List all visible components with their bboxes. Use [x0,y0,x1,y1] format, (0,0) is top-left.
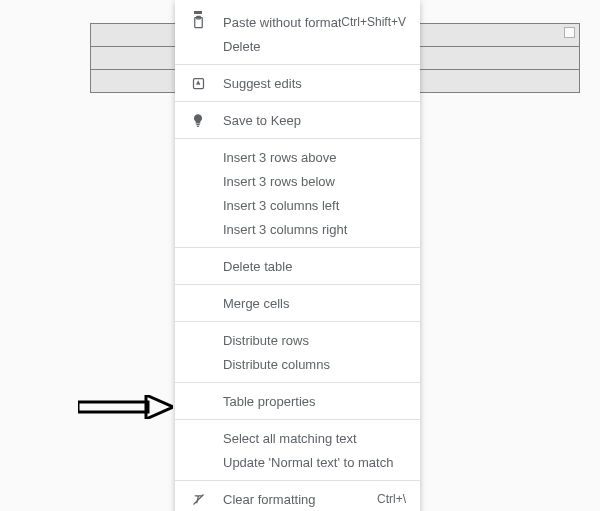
menu-paste-without-formatting[interactable]: Paste without formatting Ctrl+Shift+V [175,10,420,34]
menu-merge-cells[interactable]: Merge cells [175,291,420,315]
suggest-edits-icon [191,76,223,91]
svg-rect-5 [197,125,199,126]
menu-item-label: Insert 3 rows below [223,174,406,189]
menu-save-to-keep[interactable]: Save to Keep [175,108,420,132]
menu-divider [175,480,420,481]
menu-item-label: Save to Keep [223,113,406,128]
menu-divider [175,138,420,139]
menu-distribute-columns[interactable]: Distribute columns [175,352,420,376]
menu-distribute-rows[interactable]: Distribute rows [175,328,420,352]
menu-divider [175,284,420,285]
menu-select-all-matching-text[interactable]: Select all matching text [175,426,420,450]
clipboard-icon [191,15,223,30]
menu-delete-table[interactable]: Delete table [175,254,420,278]
menu-delete[interactable]: Delete [175,34,420,58]
menu-clear-formatting[interactable]: Clear formatting Ctrl+\ [175,487,420,511]
svg-rect-6 [78,402,148,412]
menu-item-label: Delete table [223,259,406,274]
menu-item-shortcut: Ctrl+\ [377,492,406,506]
menu-item-shortcut: Ctrl+Shift+V [341,15,406,29]
keep-icon [191,113,223,128]
menu-item-label: Insert 3 columns right [223,222,406,237]
menu-insert-rows-above[interactable]: Insert 3 rows above [175,145,420,169]
menu-item-label: Distribute rows [223,333,406,348]
menu-item-label: Delete [223,39,406,54]
menu-item-label: Insert 3 rows above [223,150,406,165]
menu-item-label: Insert 3 columns left [223,198,406,213]
menu-item-label: Select all matching text [223,431,406,446]
menu-divider [175,101,420,102]
menu-update-normal-text[interactable]: Update 'Normal text' to match [175,450,420,474]
menu-table-properties[interactable]: Table properties [175,389,420,413]
menu-divider [175,419,420,420]
svg-rect-4 [196,123,199,124]
menu-insert-columns-left[interactable]: Insert 3 columns left [175,193,420,217]
menu-divider [175,321,420,322]
menu-divider [175,382,420,383]
menu-item-label: Merge cells [223,296,406,311]
menu-insert-columns-right[interactable]: Insert 3 columns right [175,217,420,241]
menu-item-label: Clear formatting [223,492,377,507]
menu-item-label: Paste without formatting [223,15,341,30]
clear-formatting-icon [191,492,223,507]
menu-divider [175,64,420,65]
menu-item-label: Update 'Normal text' to match [223,455,406,470]
annotation-arrow [78,395,173,419]
menu-item-label: Table properties [223,394,406,409]
menu-insert-rows-below[interactable]: Insert 3 rows below [175,169,420,193]
menu-item-label: Distribute columns [223,357,406,372]
menu-suggest-edits[interactable]: Suggest edits [175,71,420,95]
menu-item-label: Suggest edits [223,76,406,91]
svg-marker-7 [146,395,173,419]
context-menu: Paste without formatting Ctrl+Shift+V De… [175,0,420,511]
menu-divider [175,247,420,248]
